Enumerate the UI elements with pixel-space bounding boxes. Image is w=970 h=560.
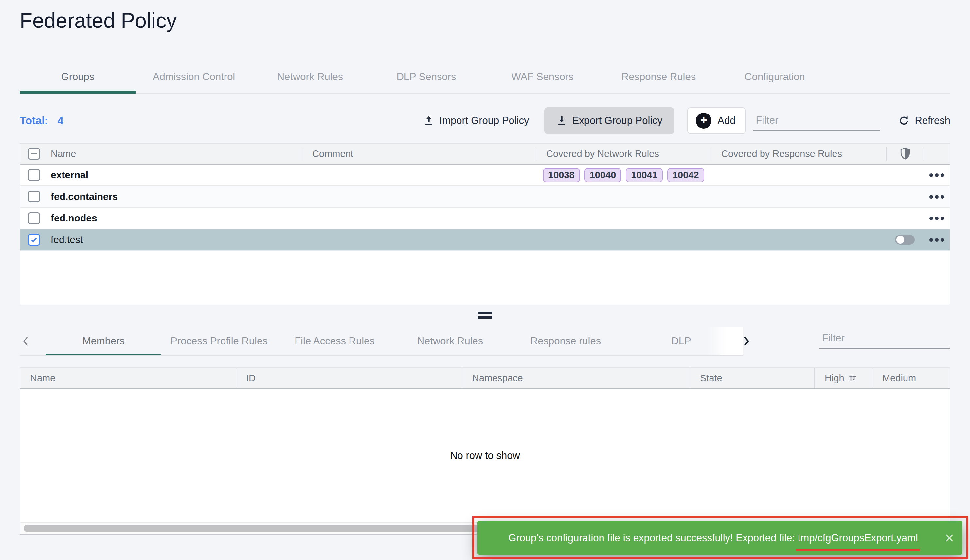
group-name: fed.containers bbox=[51, 191, 118, 202]
row-menu-icon[interactable] bbox=[923, 173, 950, 177]
empty-state-text: No row to show bbox=[450, 450, 520, 462]
column-header-name: Name bbox=[20, 368, 235, 388]
row-menu-icon[interactable] bbox=[923, 217, 950, 220]
detail-tab-process-profile-rules[interactable]: Process Profile Rules bbox=[161, 327, 277, 355]
column-header-medium: Medium bbox=[872, 368, 950, 388]
table-row-fed-test[interactable]: fed.test bbox=[20, 229, 950, 251]
members-table: Name ID Namespace State High Medium No r… bbox=[20, 367, 950, 535]
detail-tab-network-rules[interactable]: Network Rules bbox=[392, 327, 508, 355]
plus-circle-icon: + bbox=[696, 113, 711, 128]
export-group-policy-button[interactable]: Export Group Policy bbox=[544, 107, 674, 134]
annotation-underline bbox=[796, 549, 920, 552]
table-row-fed-containers[interactable]: fed.containers bbox=[20, 186, 950, 208]
column-header-high[interactable]: High bbox=[814, 368, 872, 388]
splitter-handle[interactable] bbox=[478, 310, 492, 321]
tabs-scroll-left-button[interactable] bbox=[20, 327, 46, 355]
total-label: Total: bbox=[20, 115, 48, 127]
column-header-state: State bbox=[690, 368, 814, 388]
row-toggle-switch[interactable] bbox=[895, 235, 915, 245]
group-name: external bbox=[51, 170, 88, 180]
total-value: 4 bbox=[57, 115, 63, 127]
tab-waf-sensors[interactable]: WAF Sensors bbox=[484, 61, 601, 93]
tab-groups[interactable]: Groups bbox=[20, 61, 136, 93]
groups-table: Name Comment Covered by Network Rules Co… bbox=[20, 143, 950, 305]
column-header-actions bbox=[923, 147, 950, 161]
detail-filter-input[interactable] bbox=[820, 328, 950, 349]
chevron-left-icon bbox=[20, 334, 33, 348]
main-tab-bar: Groups Admission Control Network Rules D… bbox=[20, 61, 950, 93]
toast-close-icon[interactable]: × bbox=[945, 530, 954, 546]
success-toast: Group's configuration file is exported s… bbox=[477, 521, 962, 555]
high-label: High bbox=[825, 373, 844, 384]
groups-table-header: Name Comment Covered by Network Rules Co… bbox=[20, 143, 950, 165]
column-header-comment: Comment bbox=[302, 147, 536, 161]
table-row-external[interactable]: external 10038 10040 10041 10042 bbox=[20, 165, 950, 186]
page-title: Federated Policy bbox=[20, 8, 177, 33]
tab-network-rules[interactable]: Network Rules bbox=[252, 61, 368, 93]
detail-tab-bar: Members Process Profile Rules File Acces… bbox=[20, 327, 743, 356]
shield-icon bbox=[900, 147, 911, 160]
group-name: fed.nodes bbox=[51, 213, 97, 224]
tab-admission-control[interactable]: Admission Control bbox=[136, 61, 252, 93]
row-menu-icon[interactable] bbox=[923, 238, 950, 242]
download-icon bbox=[556, 115, 567, 126]
export-label: Export Group Policy bbox=[573, 115, 663, 127]
table-row-fed-nodes[interactable]: fed.nodes bbox=[20, 208, 950, 229]
select-all-checkbox[interactable] bbox=[28, 148, 40, 160]
tab-response-rules[interactable]: Response Rules bbox=[601, 61, 717, 93]
groups-toolbar: Total: 4 Import Group Policy Export Grou… bbox=[20, 107, 950, 134]
add-label: Add bbox=[717, 115, 735, 127]
rule-badge: 10040 bbox=[584, 168, 621, 182]
rule-badge: 10042 bbox=[667, 168, 704, 182]
column-header-network-rules: Covered by Network Rules bbox=[536, 147, 711, 161]
tab-dlp-sensors[interactable]: DLP Sensors bbox=[368, 61, 484, 93]
refresh-icon bbox=[898, 115, 910, 126]
upload-icon bbox=[423, 115, 434, 126]
scrollbar-thumb[interactable] bbox=[23, 525, 534, 532]
detail-tab-response-rules[interactable]: Response rules bbox=[508, 327, 623, 355]
network-rule-badges: 10038 10040 10041 10042 bbox=[536, 168, 704, 182]
column-header-protection bbox=[886, 147, 923, 161]
total-count: Total: 4 bbox=[20, 115, 63, 127]
federated-policy-page: Federated Policy Groups Admission Contro… bbox=[0, 0, 970, 560]
row-checkbox[interactable] bbox=[28, 191, 40, 202]
refresh-label: Refresh bbox=[915, 115, 950, 127]
column-header-id: ID bbox=[235, 368, 462, 388]
row-checkbox[interactable] bbox=[28, 212, 40, 224]
row-checkbox[interactable] bbox=[28, 169, 40, 181]
members-table-header: Name ID Namespace State High Medium bbox=[20, 368, 950, 389]
row-menu-icon[interactable] bbox=[923, 195, 950, 198]
row-checkbox-checked[interactable] bbox=[28, 234, 40, 246]
detail-tab-dlp[interactable]: DLP bbox=[623, 327, 739, 355]
sort-icon bbox=[848, 373, 857, 383]
members-table-body: No row to show bbox=[20, 389, 950, 522]
column-header-name: Name bbox=[48, 143, 302, 164]
tabs-scroll-right-button[interactable] bbox=[737, 332, 755, 350]
groups-filter-input[interactable] bbox=[753, 110, 880, 131]
toast-message-prefix: Group's configuration file is exported s… bbox=[508, 532, 795, 543]
toast-file-path: tmp/cfgGroupsExport.yaml bbox=[798, 532, 918, 543]
tab-configuration[interactable]: Configuration bbox=[717, 61, 833, 93]
detail-tab-file-access-rules[interactable]: File Access Rules bbox=[277, 327, 392, 355]
toast-message: Group's configuration file is exported s… bbox=[487, 532, 939, 544]
refresh-button[interactable]: Refresh bbox=[898, 115, 950, 127]
group-name: fed.test bbox=[51, 234, 83, 245]
import-label: Import Group Policy bbox=[439, 115, 529, 127]
chevron-right-icon bbox=[739, 334, 752, 348]
add-button[interactable]: + Add bbox=[687, 107, 746, 134]
import-group-policy-button[interactable]: Import Group Policy bbox=[423, 115, 529, 127]
rule-badge: 10038 bbox=[543, 168, 580, 182]
column-header-namespace: Namespace bbox=[462, 368, 690, 388]
rule-badge: 10041 bbox=[626, 168, 663, 182]
detail-tab-members[interactable]: Members bbox=[46, 327, 161, 355]
column-header-response-rules: Covered by Response Rules bbox=[711, 147, 886, 161]
